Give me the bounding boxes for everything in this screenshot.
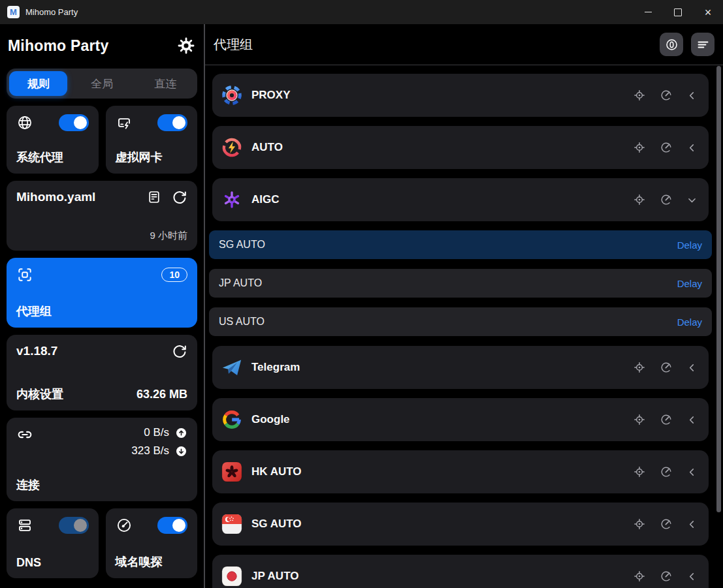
close-button[interactable]: × <box>693 0 723 24</box>
dns-server-icon <box>16 517 33 534</box>
core-memory-usage: 63.26 MB <box>137 388 187 401</box>
locate-icon[interactable] <box>633 570 646 583</box>
proxy-group-row[interactable]: HK AUTO <box>212 450 709 493</box>
connections-card[interactable]: 0 B/s 323 B/s 连接 <box>7 418 197 501</box>
proxy-node-row[interactable]: JP AUTO Delay <box>209 269 712 298</box>
core-version: v1.18.7 <box>16 344 57 358</box>
tun-label: 虚拟网卡 <box>116 149 188 165</box>
group-logo-icon <box>221 136 243 159</box>
dns-label: DNS <box>16 556 89 570</box>
speedtest-icon[interactable] <box>660 141 673 154</box>
proxy-group-icon <box>16 266 33 283</box>
speedtest-icon[interactable] <box>660 89 673 102</box>
speedtest-icon[interactable] <box>660 570 673 583</box>
proxy-node-row[interactable]: US AUTO Delay <box>209 307 712 336</box>
minimize-button[interactable] <box>633 0 663 24</box>
locate-icon[interactable] <box>633 141 646 154</box>
delay-sort-button[interactable] <box>660 33 683 56</box>
group-name: Google <box>251 413 633 426</box>
proxy-node-row[interactable]: SG AUTO Delay <box>209 230 712 259</box>
sidebar: Mihomo Party 规则 全局 直连 系统代理 <box>0 24 205 588</box>
sniff-toggle[interactable] <box>157 517 187 534</box>
group-logo-icon <box>221 565 243 587</box>
link-icon <box>16 426 33 443</box>
maximize-icon <box>674 8 682 16</box>
expand-chevron-icon[interactable] <box>686 467 698 478</box>
connections-label: 连接 <box>16 477 187 493</box>
speedtest-icon[interactable] <box>660 465 673 478</box>
proxy-group-row[interactable]: JP AUTO <box>212 555 709 588</box>
speedtest-icon[interactable] <box>660 193 673 206</box>
tun-card[interactable]: 虚拟网卡 <box>106 106 198 174</box>
tab-rule[interactable]: 规则 <box>9 71 67 96</box>
toggle-thumb <box>172 519 185 532</box>
sniff-label: 域名嗅探 <box>116 554 188 570</box>
locate-icon[interactable] <box>633 518 646 531</box>
proxy-group-row[interactable]: SG AUTO <box>212 503 709 546</box>
delay-test-button[interactable]: Delay <box>677 317 702 328</box>
toggle-thumb <box>172 116 185 129</box>
locate-icon[interactable] <box>633 413 646 426</box>
sniff-card[interactable]: 域名嗅探 <box>106 508 198 578</box>
system-proxy-label: 系统代理 <box>16 149 89 165</box>
upload-arrow-icon <box>175 427 187 439</box>
tab-direct[interactable]: 直连 <box>137 71 195 96</box>
delay-test-button[interactable]: Delay <box>677 240 702 251</box>
dns-card[interactable]: DNS <box>7 508 99 578</box>
proxy-group-row[interactable]: Google <box>212 398 709 441</box>
expand-chevron-icon[interactable] <box>686 142 698 153</box>
close-icon: × <box>705 7 712 18</box>
globe-icon <box>16 114 33 131</box>
group-name: AIGC <box>251 193 633 206</box>
scrollbar[interactable] <box>716 66 721 512</box>
download-arrow-icon <box>175 445 187 457</box>
group-logo-icon <box>221 84 243 106</box>
app-logo-icon: M <box>7 6 20 18</box>
group-logo-icon <box>221 356 243 379</box>
speedtest-icon[interactable] <box>660 518 673 531</box>
profile-card[interactable]: Mihomo.yaml 9 小时前 <box>7 181 197 251</box>
expand-chevron-icon[interactable] <box>686 362 698 373</box>
locate-icon[interactable] <box>633 465 646 478</box>
maximize-button[interactable] <box>663 0 693 24</box>
locate-icon[interactable] <box>633 193 646 206</box>
page-title: 代理组 <box>214 36 253 54</box>
system-proxy-toggle[interactable] <box>59 114 89 131</box>
sort-lines-icon <box>696 38 710 52</box>
expand-chevron-icon[interactable] <box>686 90 698 101</box>
expand-chevron-icon[interactable] <box>686 414 698 426</box>
group-logo-icon <box>221 513 243 535</box>
download-speed: 323 B/s <box>131 444 169 457</box>
delay-test-button[interactable]: Delay <box>677 278 702 289</box>
core-card[interactable]: v1.18.7 内核设置 63.26 MB <box>7 335 197 410</box>
proxy-group-row[interactable]: AIGC <box>212 178 709 221</box>
profile-refresh-button[interactable] <box>172 189 187 205</box>
speedtest-icon[interactable] <box>660 361 673 374</box>
core-restart-button[interactable] <box>172 343 187 359</box>
locate-icon[interactable] <box>633 89 646 102</box>
proxy-group-row[interactable]: PROXY <box>212 74 709 117</box>
tab-global[interactable]: 全局 <box>72 71 131 96</box>
group-name: SG AUTO <box>251 518 633 531</box>
node-name: SG AUTO <box>219 239 677 251</box>
expand-chevron-icon[interactable] <box>686 194 698 206</box>
list-layout-button[interactable] <box>691 33 715 56</box>
speedtest-icon[interactable] <box>660 413 673 426</box>
locate-icon[interactable] <box>633 361 646 374</box>
expand-chevron-icon[interactable] <box>686 571 698 582</box>
settings-button[interactable] <box>178 37 195 54</box>
system-proxy-card[interactable]: 系统代理 <box>7 106 99 174</box>
proxy-group-row[interactable]: AUTO <box>212 126 709 169</box>
expand-chevron-icon[interactable] <box>686 519 698 530</box>
upload-speed: 0 B/s <box>144 426 169 439</box>
dns-toggle[interactable] <box>59 517 89 534</box>
circle-zero-icon <box>665 38 679 52</box>
network-card-icon <box>116 114 133 131</box>
proxy-group-list: PROXY AUTO AIGC SG AUTO Delay JP AUTO De… <box>205 65 723 588</box>
tun-toggle[interactable] <box>157 114 187 131</box>
profile-edit-button[interactable] <box>146 189 162 205</box>
outbound-mode-tabs: 规则 全局 直连 <box>7 69 197 99</box>
proxy-group-row[interactable]: Telegram <box>212 346 709 389</box>
toggle-thumb <box>74 116 87 129</box>
sidebar-item-proxy-groups[interactable]: 10 代理组 <box>7 258 197 328</box>
